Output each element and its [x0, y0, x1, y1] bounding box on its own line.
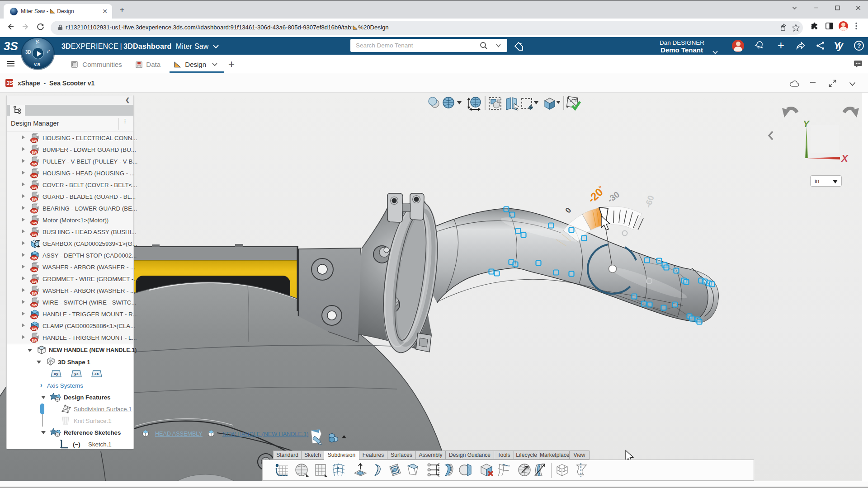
svg-text:-20°: -20° [585, 184, 607, 205]
svg-text:SW: SW [32, 174, 38, 178]
svg-text:SW: SW [32, 338, 38, 343]
svg-text:SW: SW [32, 209, 38, 213]
svg-text:zx: zx [94, 371, 99, 376]
svg-text:SW: SW [32, 233, 38, 237]
svg-text:3S: 3S [4, 39, 18, 53]
svg-text:SW: SW [32, 221, 38, 225]
svg-text:-30: -30 [606, 189, 622, 204]
svg-text:X: X [840, 153, 849, 164]
svg-text:SW: SW [32, 139, 38, 143]
svg-text:3S: 3S [7, 80, 14, 86]
svg-text:SW: SW [32, 291, 38, 296]
svg-text:0: 0 [564, 206, 573, 215]
svg-text:xy: xy [54, 371, 58, 376]
svg-text:SW: SW [32, 150, 38, 155]
svg-text:HEAD ASSEMBLY: HEAD ASSEMBLY [155, 431, 203, 437]
svg-text:SW: SW [32, 197, 38, 202]
svg-text:NEW HANDLE (NEW HANDLE.1): NEW HANDLE (NEW HANDLE.1) [222, 431, 308, 437]
svg-text:SW: SW [32, 303, 38, 307]
svg-text:SW: SW [32, 327, 38, 331]
svg-text:SW: SW [32, 186, 38, 190]
svg-text:?: ? [857, 42, 861, 49]
svg-text:SW: SW [32, 280, 38, 284]
svg-text:SW: SW [32, 162, 38, 166]
svg-text:SW: SW [32, 315, 38, 319]
svg-text:yz: yz [74, 371, 79, 376]
svg-text:SW: SW [32, 268, 38, 272]
svg-text:Yy: Yy [834, 40, 844, 51]
svg-text:-60: -60 [643, 194, 656, 209]
svg-text:SW: SW [32, 256, 38, 260]
